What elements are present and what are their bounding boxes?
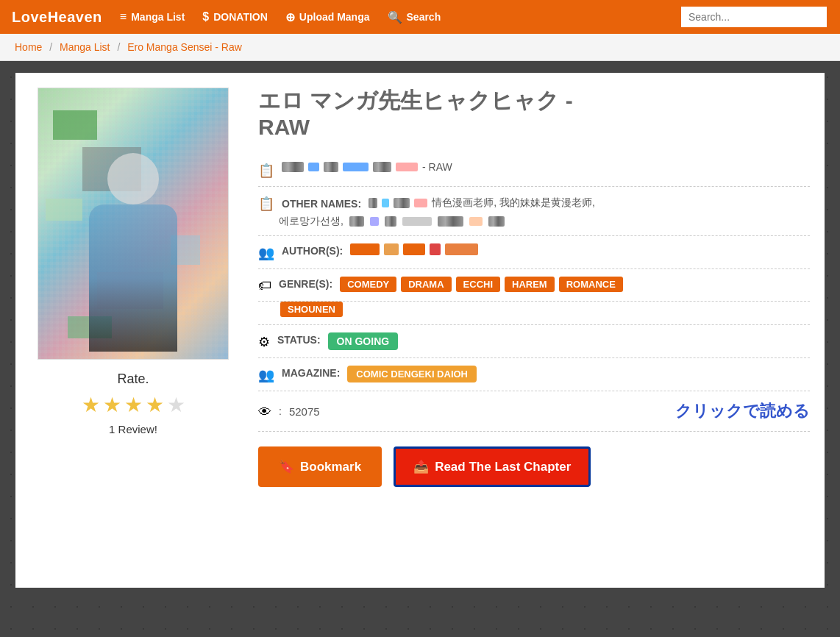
breadcrumb-current: Ero Manga Sensei - Raw	[127, 41, 242, 53]
stars-row: ★ ★ ★ ★ ★	[30, 393, 236, 417]
author-label: AUTHOR(S):	[282, 245, 343, 257]
alt-names-value: - RAW	[282, 161, 452, 173]
site-title[interactable]: LoveHeaven	[12, 9, 102, 26]
list-icon: ≡	[120, 10, 127, 24]
breadcrumb: Home / Manga List / Ero Manga Sensei - R…	[0, 34, 840, 61]
book-icon: 📋	[258, 163, 274, 179]
search-input[interactable]	[681, 5, 828, 29]
tag-icon: 🏷	[258, 278, 271, 293]
nav-search[interactable]: 🔍 Search	[388, 10, 441, 24]
main-container: Rate. ★ ★ ★ ★ ★ 1 Review! エロ マンガ先生ヒャクヒャク…	[15, 73, 825, 588]
other-names-extra: 에로망가선생,	[279, 215, 505, 228]
author-icon: 👥	[258, 245, 274, 261]
star-4[interactable]: ★	[146, 393, 164, 417]
star-2[interactable]: ★	[103, 393, 121, 417]
nav-upload[interactable]: ⊕ Upload Manga	[285, 10, 370, 24]
author-row: 👥 AUTHOR(S):	[258, 236, 810, 269]
breadcrumb-manga-list[interactable]: Manga List	[60, 41, 110, 53]
pixel-block-1	[282, 162, 304, 172]
views-count: 52075	[289, 405, 320, 418]
search-bar	[681, 5, 828, 29]
other-names-label: OTHER NAMES:	[282, 198, 361, 210]
genre-romance[interactable]: ROMANCE	[559, 277, 623, 292]
pixel-block-4	[343, 163, 369, 171]
nav-donation[interactable]: $ DONATION	[202, 10, 268, 24]
status-icon: ⚙	[258, 334, 270, 350]
rate-label: Rate.	[30, 371, 236, 387]
genre-label: GENRE(S):	[279, 278, 332, 290]
alt-names-row: 📋 - RAW	[258, 154, 810, 187]
genre-tags: COMEDY DRAMA ECCHI HAREM ROMANCE	[340, 277, 623, 292]
other-names-header: 📋 OTHER NAMES: 情色漫画老师, 我的妹妹是黄漫老师,	[258, 194, 595, 212]
click-to-read-label: クリックで読める	[675, 400, 810, 422]
other-names-value: 情色漫画老师, 我的妹妹是黄漫老师,	[369, 196, 595, 210]
genre-row-2: SHOUNEN	[258, 302, 810, 325]
bookmark-button[interactable]: 🔖 Bookmark	[258, 446, 382, 487]
bookmark-icon: 🔖	[279, 459, 294, 474]
pixel-block-2	[308, 163, 319, 171]
nav-manga-list[interactable]: ≡ Manga List	[120, 10, 185, 24]
action-buttons: 🔖 Bookmark 📤 Read The Last Chapter	[258, 446, 810, 487]
review-count: 1 Review!	[30, 423, 236, 435]
genre-shounen[interactable]: SHOUNEN	[280, 302, 343, 317]
search-icon: 🔍	[388, 10, 402, 24]
status-row: ⚙ STATUS: ON GOING	[258, 325, 810, 358]
title-japanese: エロ マンガ先生ヒャクヒャク -	[258, 88, 810, 114]
pixel-block-3	[324, 162, 338, 172]
other-names-row: 📋 OTHER NAMES: 情色漫画老师, 我的妹妹是黄漫老师, 에로망가선생…	[258, 187, 810, 236]
views-icon: 👁	[258, 405, 271, 420]
genre-harem[interactable]: HAREM	[505, 277, 555, 292]
dollar-icon: $	[202, 10, 209, 24]
genre-row: 🏷 GENRE(S): COMEDY DRAMA ECCHI HAREM ROM…	[258, 269, 810, 302]
upload-icon: ⊕	[285, 10, 295, 24]
magazine-badge: COMIC DENGEKI DAIOH	[347, 366, 477, 382]
views-row: 👁 : 52075 クリックで読める	[258, 391, 810, 432]
bookmark-label: Bookmark	[300, 460, 361, 474]
genre-drama[interactable]: DRAMA	[401, 277, 451, 292]
left-column: Rate. ★ ★ ★ ★ ★ 1 Review!	[30, 88, 236, 435]
manga-title: エロ マンガ先生ヒャクヒャク - RAW	[258, 88, 810, 140]
magazine-icon: 👥	[258, 367, 274, 383]
genre-comedy[interactable]: COMEDY	[340, 277, 396, 292]
header: LoveHeaven ≡ Manga List $ DONATION ⊕ Upl…	[0, 0, 840, 34]
copy-icon: 📋	[258, 196, 274, 212]
status-label: STATUS:	[277, 334, 321, 346]
read-icon: 📤	[413, 459, 429, 474]
read-last-chapter-button[interactable]: 📤 Read The Last Chapter	[394, 446, 591, 487]
pixel-block-5	[373, 162, 391, 172]
status-badge: ON GOING	[328, 332, 399, 350]
star-5[interactable]: ★	[167, 393, 185, 417]
manga-cover	[38, 88, 229, 360]
star-3[interactable]: ★	[124, 393, 143, 417]
star-1[interactable]: ★	[82, 393, 100, 417]
magazine-row: 👥 MAGAZINE: COMIC DENGEKI DAIOH	[258, 358, 810, 391]
title-raw: RAW	[258, 114, 810, 140]
breadcrumb-home[interactable]: Home	[15, 41, 42, 53]
read-label: Read The Last Chapter	[435, 460, 571, 474]
content-layout: Rate. ★ ★ ★ ★ ★ 1 Review! エロ マンガ先生ヒャクヒャク…	[30, 88, 810, 487]
genre-ecchi[interactable]: ECCHI	[456, 277, 500, 292]
pixel-block-6	[396, 163, 418, 171]
right-column: エロ マンガ先生ヒャクヒャク - RAW 📋 - RAW	[258, 88, 810, 487]
author-value	[350, 243, 478, 255]
magazine-label: MAGAZINE:	[282, 367, 340, 379]
